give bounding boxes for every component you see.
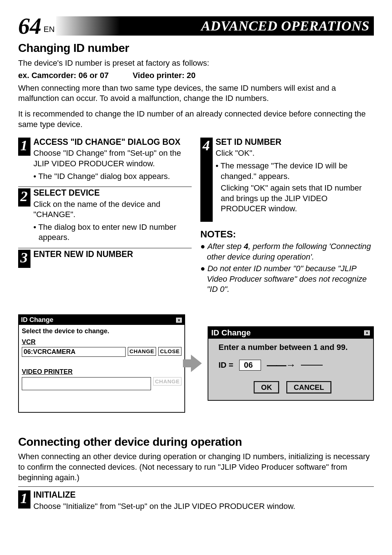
dialog2-titlebar: ID Change ×: [208, 327, 373, 339]
section-title: ADVANCED OPERATIONS: [56, 16, 374, 36]
id-change-dialog-2: ID Change × Enter a number between 1 and…: [208, 326, 374, 401]
page-number: 64: [18, 15, 41, 38]
step-4-bullet: The message "The device ID will be chang…: [216, 161, 374, 181]
dialog1-title-text: ID Change: [21, 316, 53, 324]
dialog2-cancel-button[interactable]: CANCEL: [286, 381, 331, 393]
step-2-head: SELECT DEVICE: [33, 188, 192, 197]
notes-heading: NOTES:: [200, 228, 374, 241]
step-4-number: 4: [200, 138, 213, 222]
dialog1-change-button-2: CHANGE: [153, 377, 181, 386]
step-3: 3 ENTER NEW ID NUMBER: [18, 248, 192, 272]
step-initialize: 1 INITIALIZE Choose "Initialize" from "S…: [18, 488, 374, 514]
step-4: 4 SET ID NUMBER Click "OK". The message …: [200, 136, 374, 225]
dialog1-group-printer: VIDEO PRINTER: [22, 368, 181, 376]
steps-col-right: 4 SET ID NUMBER Click "OK". The message …: [200, 136, 374, 296]
dialog1-titlebar: ID Change ×: [19, 315, 184, 325]
dialog2-id-label: ID =: [219, 360, 233, 371]
steps-col-left: 1 ACCESS "ID CHANGE" DIALOG BOX Choose "…: [18, 136, 192, 296]
dialog1-close-icon[interactable]: ×: [176, 317, 182, 323]
step-1: 1 ACCESS "ID CHANGE" DIALOG BOX Choose "…: [18, 136, 192, 187]
step-1-text: Choose "ID Change" from "Set-up" on the …: [33, 148, 192, 169]
step-init-head: INITIALIZE: [33, 490, 374, 499]
step-2: 2 SELECT DEVICE Click on the name of the…: [18, 187, 192, 248]
dialog1-vcr-list[interactable]: 06:VCRCAMERA: [22, 347, 126, 357]
step-3-number: 3: [18, 250, 30, 268]
step-4-after: Clicking "OK" again sets that ID number …: [216, 183, 374, 214]
dialog2-id-input[interactable]: 06: [239, 360, 261, 371]
dialog1-vcr-item[interactable]: 06:VCRCAMERA: [22, 347, 125, 356]
page-header: 64 EN ADVANCED OPERATIONS: [18, 15, 374, 38]
step-2-text: Click on the name of the device and "CHA…: [33, 199, 192, 220]
page-lang: EN: [44, 24, 55, 35]
intro-text: The device's ID number is preset at fact…: [18, 58, 374, 69]
step-3-head: ENTER NEW ID NUMBER: [33, 250, 192, 259]
section2-intro: When connecting an other device during o…: [18, 452, 374, 483]
para-malfunction: When connecting more than two same type …: [18, 83, 374, 104]
example-line: ex. Camcorder: 06 or 07 Video printer: 2…: [18, 70, 374, 81]
heading-connecting-other: Connecting other device during operation: [18, 434, 374, 450]
step-2-bullet: The dialog box to enter new ID number ap…: [33, 222, 192, 243]
notes-list: After step 4, perform the following 'Con…: [200, 241, 374, 295]
step-1-head: ACCESS "ID CHANGE" DIALOG BOX: [33, 138, 192, 147]
dialog1-printer-list[interactable]: [22, 377, 151, 390]
step-4-text: Click "OK".: [216, 148, 374, 159]
steps-columns: 1 ACCESS "ID CHANGE" DIALOG BOX Choose "…: [18, 136, 374, 296]
dialog2-arrow-icon: ——→: [267, 359, 295, 372]
step-1-number: 1: [18, 138, 30, 156]
dialog2-close-icon[interactable]: ×: [364, 330, 370, 336]
dialog2-id-target[interactable]: [301, 365, 323, 366]
dialog1-instruction: Select the device to change.: [22, 327, 181, 335]
id-change-dialog-1: ID Change × Select the device to change.…: [18, 314, 185, 413]
para-recommend: It is recommended to change the ID numbe…: [18, 109, 374, 130]
dialog2-instruction: Enter a number between 1 and 99.: [219, 342, 367, 353]
note-1: After step 4, perform the following 'Con…: [200, 241, 374, 262]
dialog1-group-vcr: VCR: [22, 338, 181, 346]
step-2-number: 2: [18, 188, 30, 207]
dialog1-close-button[interactable]: CLOSE: [158, 347, 181, 356]
step-4-head: SET ID NUMBER: [216, 138, 374, 147]
heading-changing-id: Changing ID number: [18, 41, 374, 56]
dialog2-title-text: ID Change: [211, 328, 251, 338]
divider: [18, 486, 374, 487]
dialog-illustration: ID Change × Select the device to change.…: [18, 314, 374, 413]
step-init-text: Choose "Initialize" from "Set-up" on the…: [33, 501, 374, 512]
note-2: Do not enter ID number "0" because "JLIP…: [200, 264, 374, 295]
step-1-bullet: The "ID Change" dialog box appears.: [33, 171, 192, 182]
example-camcorder: ex. Camcorder: 06 or 07: [18, 70, 109, 81]
example-video-printer: Video printer: 20: [133, 71, 196, 80]
step-init-number: 1: [18, 490, 30, 509]
dialog2-ok-button[interactable]: OK: [254, 381, 279, 393]
dialog1-change-button-1[interactable]: CHANGE: [128, 347, 156, 356]
arrow-icon: [191, 355, 202, 372]
